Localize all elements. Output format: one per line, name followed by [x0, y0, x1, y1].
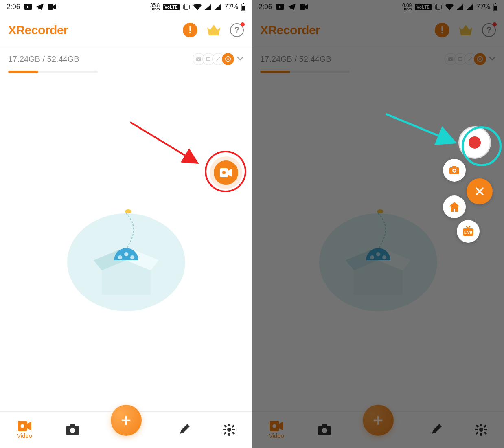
volte-badge: VoLTE [415, 4, 432, 10]
overlay-screenshot-button[interactable] [443, 159, 466, 182]
annotation-arrow-red [126, 118, 208, 175]
storage-bar [260, 71, 350, 73]
nav-photo[interactable] [318, 424, 331, 436]
storage-row: 17.24GB / 52.44GB [252, 46, 504, 68]
overlay-close-button[interactable] [467, 178, 493, 204]
nav-edit[interactable] [430, 424, 442, 436]
svg-point-15 [118, 255, 122, 259]
nav-photo[interactable] [66, 424, 79, 436]
tool-record-icon[interactable] [222, 53, 234, 65]
svg-point-66 [454, 170, 456, 172]
svg-point-17 [130, 255, 134, 259]
svg-text:LIVE: LIVE [464, 231, 472, 235]
nav-video-label: Video [17, 432, 32, 439]
battery-text: 77% [476, 3, 490, 11]
nav-edit[interactable] [178, 424, 190, 436]
svg-point-45 [377, 209, 383, 213]
alert-button[interactable]: ! [435, 23, 449, 37]
svg-rect-35 [437, 4, 440, 10]
svg-rect-64 [452, 166, 456, 168]
signal-icon [457, 4, 463, 10]
svg-rect-31 [232, 424, 235, 428]
network-speed: 0.09KB/S [402, 3, 412, 11]
status-time: 2:06 [7, 3, 20, 11]
storage-fill [260, 71, 290, 73]
app-title: XRecorder [8, 23, 68, 37]
svg-point-20 [20, 424, 24, 428]
nav-video-label: Video [269, 432, 284, 439]
svg-line-18 [130, 122, 197, 163]
crown-icon[interactable] [458, 24, 473, 36]
svg-rect-4 [243, 3, 244, 4]
svg-point-48 [382, 255, 386, 259]
svg-point-43 [479, 58, 481, 60]
videocam-icon [300, 4, 308, 10]
nav-video[interactable]: Video [269, 421, 284, 439]
storage-fill [8, 71, 38, 73]
battery-text: 77% [224, 3, 238, 11]
empty-state-illustration [317, 189, 439, 313]
storage-bar [8, 71, 98, 73]
svg-point-47 [376, 252, 380, 256]
overlay-home-button[interactable] [443, 195, 466, 218]
chevron-down-icon[interactable] [489, 55, 496, 63]
svg-rect-2 [185, 4, 188, 10]
storage-row: 17.24GB / 52.44GB [0, 46, 252, 68]
svg-rect-32 [224, 431, 227, 435]
app-title: XRecorder [260, 23, 320, 37]
network-speed: 35.8KB/S [150, 3, 160, 11]
svg-point-14 [125, 209, 131, 213]
youtube-icon [276, 4, 284, 10]
svg-point-54 [479, 428, 483, 432]
svg-point-46 [370, 255, 374, 259]
svg-rect-56 [480, 433, 482, 436]
svg-point-24 [227, 428, 231, 432]
svg-rect-26 [228, 433, 230, 436]
alert-button[interactable]: ! [183, 23, 197, 37]
annotation-arrow-cyan [382, 110, 463, 155]
recording-tools [195, 53, 244, 65]
vibrate-icon [435, 3, 442, 11]
svg-point-39 [449, 58, 452, 61]
svg-rect-52 [322, 424, 327, 427]
bottom-nav: Video + [0, 411, 252, 448]
svg-point-6 [197, 58, 200, 61]
volte-badge: VoLTE [163, 4, 180, 10]
svg-rect-30 [232, 431, 235, 435]
svg-rect-60 [484, 431, 487, 435]
svg-point-50 [272, 424, 276, 428]
annotation-circle-red [205, 151, 246, 192]
chevron-down-icon[interactable] [237, 55, 244, 63]
help-button[interactable]: ? [230, 23, 244, 37]
tool-record-icon[interactable] [474, 53, 486, 65]
nav-video[interactable]: Video [17, 421, 32, 439]
svg-rect-25 [228, 424, 230, 426]
overlay-live-button[interactable]: LIVE [457, 220, 480, 243]
battery-icon [493, 3, 497, 11]
fab-add-button[interactable]: + [111, 405, 142, 436]
app-header: XRecorder ! ? [0, 14, 252, 46]
fab-add-button[interactable]: + [363, 405, 394, 436]
svg-point-23 [70, 428, 75, 433]
notification-dot [241, 22, 245, 26]
youtube-icon [24, 4, 32, 10]
svg-point-53 [322, 428, 327, 433]
svg-rect-22 [70, 424, 75, 427]
svg-point-16 [124, 252, 128, 256]
svg-point-10 [227, 58, 229, 60]
vibrate-icon [183, 3, 190, 11]
screenshot-right: 2:06 0.09KB/S VoLTE 77% XRecorder ! ? 17… [252, 0, 504, 448]
crown-icon[interactable] [206, 24, 221, 36]
svg-rect-61 [484, 424, 487, 428]
status-time: 2:06 [259, 3, 272, 11]
nav-settings[interactable] [223, 424, 235, 437]
help-button[interactable]: ? [482, 23, 496, 37]
svg-rect-59 [476, 424, 479, 428]
annotation-circle-cyan [462, 126, 502, 166]
nav-settings[interactable] [475, 424, 487, 437]
app-header: XRecorder ! ? [252, 14, 504, 46]
battery-icon [241, 3, 245, 11]
screenshot-left: 2:06 35.8KB/S VoLTE [0, 0, 252, 448]
wifi-icon [445, 4, 454, 10]
svg-rect-37 [495, 3, 496, 4]
